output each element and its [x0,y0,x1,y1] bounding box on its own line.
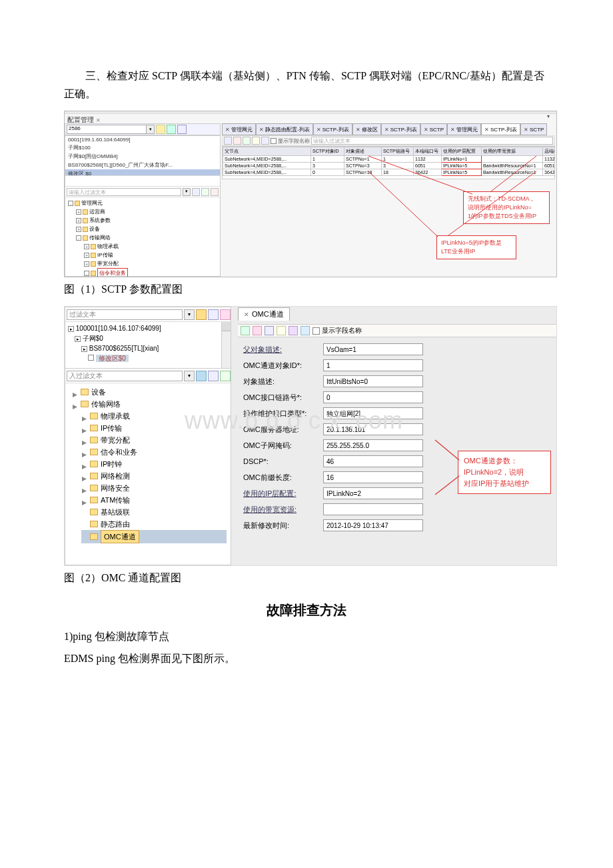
list-item[interactable]: BS8700$2588[TL][D560_广州广大体育场F... [65,161,220,169]
tree-node[interactable]: OMC通道 [81,530,227,543]
tab[interactable]: ✕静态路由配置-列表 [256,123,313,135]
toolbar-icon[interactable] [277,326,286,335]
form-value[interactable] [323,503,423,515]
toolbar-icon[interactable] [208,371,219,381]
toolbar-icon[interactable] [241,326,250,335]
toolbar-icon[interactable] [177,125,187,134]
form-value[interactable]: 16 [323,471,423,483]
tree-node[interactable]: +带宽分配 [84,259,219,268]
close-icon[interactable]: ✕ [450,127,455,133]
close-icon[interactable]: ✕ [259,127,264,133]
tree-node[interactable]: 物理承载 [81,410,227,422]
search-icon[interactable] [208,309,219,320]
form-value[interactable]: VsOam=1 [323,343,423,355]
close-icon[interactable]: ✕ [356,127,360,133]
col-header[interactable]: 远端端口号 [543,147,556,156]
col-header[interactable]: SCTP对象ID [311,147,344,156]
list-item[interactable]: 0001[199.1.60.104:64099] [65,136,220,143]
scroll-up[interactable] [222,322,231,331]
expand-icon[interactable]: + [76,209,81,215]
expand-icon[interactable] [81,534,87,540]
dropdown-icon[interactable]: ▾ [184,371,195,381]
filter-input[interactable]: 过滤文本 [67,309,183,320]
form-value[interactable]: IPLinkNo=2 [323,487,423,499]
expand-icon[interactable]: + [84,261,89,267]
dropdown-icon[interactable]: ▾ [147,125,155,134]
sctp-table[interactable]: 父节点SCTP对象ID对象描述SCTP链路号本端端口号使用的IP层配置使用的带宽… [223,147,555,176]
expand-icon[interactable]: + [76,218,81,223]
tree-node[interactable]: +设备 [76,225,219,233]
col-header[interactable]: SCTP链路号 [382,147,414,156]
expand-icon[interactable]: - [68,201,73,206]
nav-tree[interactable]: 设备传输网络物理承载IP传输带宽分配信令和业务IP时钟网络检测网络安全ATM传输… [65,383,231,546]
toolbar-icon[interactable] [196,309,207,320]
list-item[interactable]: 修改区 $0 [65,169,220,176]
col-header[interactable]: 父节点 [223,147,311,156]
list-item[interactable]: 子网$0[国信OMMB4] [65,152,220,161]
tree-node[interactable]: 带宽分配 [81,434,227,446]
tree-filter-input[interactable]: 请输入过滤文本 [67,188,181,196]
tab[interactable]: ✕管理网元 [222,123,256,135]
tab[interactable]: ✕管理网元 [447,123,481,135]
tab[interactable]: ✕SCTP [420,123,447,135]
toolbar-icon[interactable] [243,137,251,145]
tree-node[interactable]: -管理网元 [68,199,219,207]
expand-icon[interactable]: - [76,235,81,241]
expand-icon[interactable] [88,355,94,361]
close-icon[interactable]: ✕ [484,127,489,133]
tree-node[interactable]: +物理承载 [84,242,219,251]
scrollbar[interactable] [221,322,231,368]
toolbar-icon[interactable] [224,137,232,145]
tree-node[interactable]: 修改区$0 [88,353,228,363]
col-header[interactable]: 使用的带宽资源 [482,147,543,156]
expand-icon[interactable] [81,437,87,443]
checkbox[interactable] [271,138,277,144]
close-icon[interactable]: ✕ [244,311,249,318]
close-icon[interactable]: ✕ [424,127,428,133]
dropdown-icon[interactable]: ▾ [183,188,191,196]
toolbar-icon[interactable] [301,326,310,335]
expand-icon[interactable] [81,413,87,419]
expand-icon[interactable] [81,449,87,455]
col-header[interactable]: 使用的IP层配置 [442,147,482,156]
tree-node[interactable]: IP时钟 [81,458,227,470]
nav-tree[interactable]: -管理网元+运营商+系统参数+设备-传输网络+物理承载+IP传输+带宽分配-信令… [65,197,220,277]
toolbar-icon[interactable] [265,326,274,335]
dropdown-icon[interactable]: ▾ [184,309,195,320]
tab[interactable]: ✕SCTP-列表 [481,123,520,135]
form-value[interactable]: 20.1.136.101 [323,423,423,435]
toolbar-icon[interactable] [201,188,209,196]
top-tree[interactable]: ▸ 100001[10.94.16.107:64099]▸ 子网$0▸ BS87… [65,322,231,369]
checkbox[interactable] [312,327,320,335]
tree-node[interactable]: IP传输 [81,422,227,434]
tree-node[interactable]: +IP传输 [84,251,219,259]
tree-node[interactable]: ▸ 100001[10.94.16.107:64099] [68,323,228,333]
expand-icon[interactable]: ▸ [75,336,81,342]
expand-icon[interactable] [81,485,87,491]
search-icon[interactable] [167,125,176,134]
toolbar-icon[interactable] [220,309,231,320]
form-value[interactable]: 0 [323,391,423,403]
form-value[interactable]: 1 [323,359,423,371]
tree-node[interactable]: 静态路由 [81,518,227,530]
tree-node[interactable]: +系统参数 [76,216,219,225]
filter-input-2[interactable]: 入过滤文本 [67,371,183,381]
toolbar-icon[interactable] [220,371,231,381]
tree-node[interactable]: ATM传输 [81,494,227,506]
toolbar-icon[interactable] [192,188,200,196]
tab[interactable]: ✕SCTP-列表 [381,123,420,135]
expand-icon[interactable]: ▸ [68,326,74,332]
toolbar-icon[interactable] [261,137,269,145]
tab[interactable]: ✕修改区 [352,123,381,135]
toolbar-icon[interactable] [252,137,260,145]
expand-icon[interactable]: - [84,271,89,276]
form-value[interactable]: IttUniBtsNo=0 [323,375,423,387]
form-value[interactable]: 46 [323,455,423,467]
tree-node[interactable]: +运营商 [76,207,219,216]
form-value[interactable]: 2012-10-29 10:13:47 [323,519,423,531]
tab[interactable]: ✕SCTP [520,123,547,135]
expand-icon[interactable] [72,389,78,395]
toolbar-icon[interactable] [156,125,165,134]
list-box[interactable]: 0001[199.1.60.104:64099]子网$100子网$0[国信OMM… [65,136,220,176]
table-row[interactable]: SubNetwork=4,MEID=2588,...3SCTPNo=336051… [223,163,556,169]
